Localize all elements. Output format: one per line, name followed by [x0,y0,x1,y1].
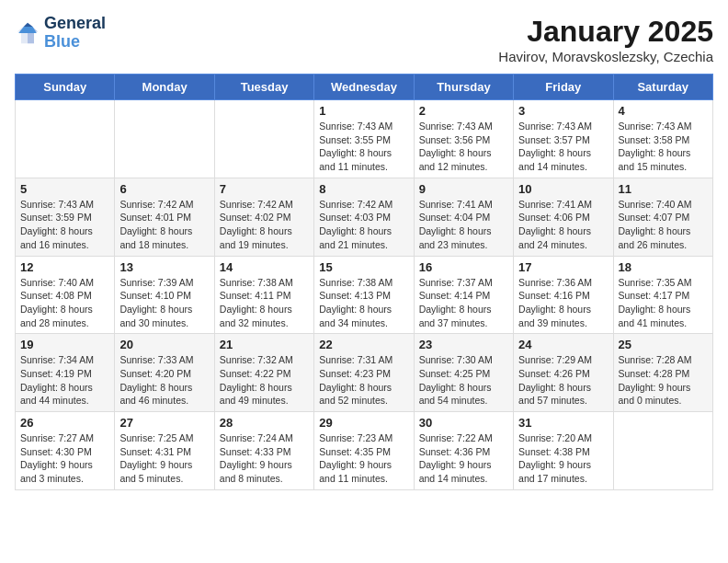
day-number: 23 [419,338,508,351]
calendar-cell [613,412,712,490]
day-info: Sunrise: 7:43 AM Sunset: 3:59 PM Dayligh… [20,198,109,252]
day-info: Sunrise: 7:38 AM Sunset: 4:11 PM Dayligh… [220,276,309,330]
calendar-cell: 5Sunrise: 7:43 AM Sunset: 3:59 PM Daylig… [16,178,115,256]
day-number: 2 [419,104,508,118]
day-info: Sunrise: 7:30 AM Sunset: 4:25 PM Dayligh… [419,353,508,408]
day-number: 15 [319,260,408,274]
day-info: Sunrise: 7:43 AM Sunset: 3:57 PM Dayligh… [518,120,608,174]
calendar-cell [115,100,214,178]
day-header-tuesday: Tuesday [214,75,313,100]
day-header-thursday: Thursday [414,75,513,100]
day-header-saturday: Saturday [613,75,712,100]
day-header-friday: Friday [514,75,613,100]
calendar-cell: 2Sunrise: 7:43 AM Sunset: 3:56 PM Daylig… [414,100,513,178]
day-number: 30 [419,416,508,430]
calendar-cell: 18Sunrise: 7:35 AM Sunset: 4:17 PM Dayli… [613,256,712,334]
calendar-cell: 3Sunrise: 7:43 AM Sunset: 3:57 PM Daylig… [514,100,613,178]
calendar-cell: 4Sunrise: 7:43 AM Sunset: 3:58 PM Daylig… [613,100,712,178]
calendar-cell: 7Sunrise: 7:42 AM Sunset: 4:02 PM Daylig… [214,178,313,256]
day-number: 19 [20,338,109,351]
day-number: 11 [619,182,708,196]
day-number: 21 [220,338,309,351]
calendar-cell: 12Sunrise: 7:40 AM Sunset: 4:08 PM Dayli… [16,256,115,334]
calendar-cell [214,100,313,178]
svg-marker-3 [24,23,33,27]
calendar-cell [16,100,115,178]
day-info: Sunrise: 7:42 AM Sunset: 4:01 PM Dayligh… [119,198,209,252]
day-info: Sunrise: 7:40 AM Sunset: 4:07 PM Dayligh… [619,198,708,252]
day-info: Sunrise: 7:20 AM Sunset: 4:38 PM Dayligh… [518,431,608,486]
day-number: 14 [220,260,309,274]
title-area: January 2025 Havirov, Moravskoslezsky, C… [498,15,713,64]
day-number: 24 [518,338,608,351]
day-info: Sunrise: 7:43 AM Sunset: 3:56 PM Dayligh… [419,120,508,174]
day-number: 12 [20,260,109,274]
day-number: 10 [518,182,608,196]
day-info: Sunrise: 7:25 AM Sunset: 4:31 PM Dayligh… [119,431,209,486]
calendar-cell: 26Sunrise: 7:27 AM Sunset: 4:30 PM Dayli… [16,412,115,490]
day-info: Sunrise: 7:41 AM Sunset: 4:04 PM Dayligh… [419,198,508,252]
calendar-cell: 8Sunrise: 7:42 AM Sunset: 4:03 PM Daylig… [314,178,414,256]
calendar-cell: 30Sunrise: 7:22 AM Sunset: 4:36 PM Dayli… [414,412,513,490]
calendar-cell: 17Sunrise: 7:36 AM Sunset: 4:16 PM Dayli… [514,256,613,334]
calendar-cell: 20Sunrise: 7:33 AM Sunset: 4:20 PM Dayli… [115,334,214,412]
days-header-row: SundayMondayTuesdayWednesdayThursdayFrid… [16,75,713,100]
day-number: 5 [20,182,109,196]
day-header-sunday: Sunday [16,75,115,100]
day-number: 17 [518,260,608,274]
day-info: Sunrise: 7:28 AM Sunset: 4:28 PM Dayligh… [619,353,708,408]
day-number: 13 [119,260,209,274]
day-info: Sunrise: 7:41 AM Sunset: 4:06 PM Dayligh… [518,198,608,252]
day-info: Sunrise: 7:27 AM Sunset: 4:30 PM Dayligh… [20,431,109,486]
day-number: 7 [220,182,309,196]
calendar-cell: 9Sunrise: 7:41 AM Sunset: 4:04 PM Daylig… [414,178,513,256]
day-info: Sunrise: 7:43 AM Sunset: 3:55 PM Dayligh… [319,120,408,174]
day-info: Sunrise: 7:23 AM Sunset: 4:35 PM Dayligh… [319,431,408,486]
day-number: 6 [119,182,209,196]
calendar-cell: 22Sunrise: 7:31 AM Sunset: 4:23 PM Dayli… [314,334,414,412]
day-number: 31 [518,416,608,430]
day-number: 26 [20,416,109,430]
calendar-cell: 1Sunrise: 7:43 AM Sunset: 3:55 PM Daylig… [314,100,414,178]
day-number: 29 [319,416,408,430]
week-row-3: 12Sunrise: 7:40 AM Sunset: 4:08 PM Dayli… [16,256,713,334]
calendar-cell: 13Sunrise: 7:39 AM Sunset: 4:10 PM Dayli… [115,256,214,334]
day-number: 3 [518,104,608,118]
calendar-subtitle: Havirov, Moravskoslezsky, Czechia [498,49,713,64]
calendar-title: January 2025 [498,15,713,49]
week-row-1: 1Sunrise: 7:43 AM Sunset: 3:55 PM Daylig… [16,100,713,178]
calendar-cell: 6Sunrise: 7:42 AM Sunset: 4:01 PM Daylig… [115,178,214,256]
day-info: Sunrise: 7:34 AM Sunset: 4:19 PM Dayligh… [20,353,109,408]
day-info: Sunrise: 7:42 AM Sunset: 4:02 PM Dayligh… [220,198,309,252]
day-number: 16 [419,260,508,274]
svg-marker-2 [18,27,37,33]
logo: General Blue [15,15,106,52]
day-info: Sunrise: 7:43 AM Sunset: 3:58 PM Dayligh… [619,120,708,174]
day-info: Sunrise: 7:39 AM Sunset: 4:10 PM Dayligh… [119,276,209,330]
calendar-cell: 23Sunrise: 7:30 AM Sunset: 4:25 PM Dayli… [414,334,513,412]
calendar-cell: 24Sunrise: 7:29 AM Sunset: 4:26 PM Dayli… [514,334,613,412]
day-info: Sunrise: 7:42 AM Sunset: 4:03 PM Dayligh… [319,198,408,252]
calendar-cell: 10Sunrise: 7:41 AM Sunset: 4:06 PM Dayli… [514,178,613,256]
calendar-cell: 28Sunrise: 7:24 AM Sunset: 4:33 PM Dayli… [214,412,313,490]
calendar-cell: 15Sunrise: 7:38 AM Sunset: 4:13 PM Dayli… [314,256,414,334]
day-header-monday: Monday [115,75,214,100]
week-row-4: 19Sunrise: 7:34 AM Sunset: 4:19 PM Dayli… [16,334,713,412]
day-number: 8 [319,182,408,196]
day-info: Sunrise: 7:29 AM Sunset: 4:26 PM Dayligh… [518,353,608,408]
logo-icon [15,20,40,46]
day-number: 9 [419,182,508,196]
day-number: 18 [619,260,708,274]
calendar-cell: 29Sunrise: 7:23 AM Sunset: 4:35 PM Dayli… [314,412,414,490]
day-number: 27 [119,416,209,430]
calendar-cell: 14Sunrise: 7:38 AM Sunset: 4:11 PM Dayli… [214,256,313,334]
day-number: 20 [119,338,209,351]
day-number: 28 [220,416,309,430]
day-info: Sunrise: 7:33 AM Sunset: 4:20 PM Dayligh… [119,353,209,408]
calendar-cell: 11Sunrise: 7:40 AM Sunset: 4:07 PM Dayli… [613,178,712,256]
week-row-5: 26Sunrise: 7:27 AM Sunset: 4:30 PM Dayli… [16,412,713,490]
day-info: Sunrise: 7:36 AM Sunset: 4:16 PM Dayligh… [518,276,608,330]
day-info: Sunrise: 7:32 AM Sunset: 4:22 PM Dayligh… [220,353,309,408]
day-number: 25 [619,338,708,351]
calendar-cell: 16Sunrise: 7:37 AM Sunset: 4:14 PM Dayli… [414,256,513,334]
